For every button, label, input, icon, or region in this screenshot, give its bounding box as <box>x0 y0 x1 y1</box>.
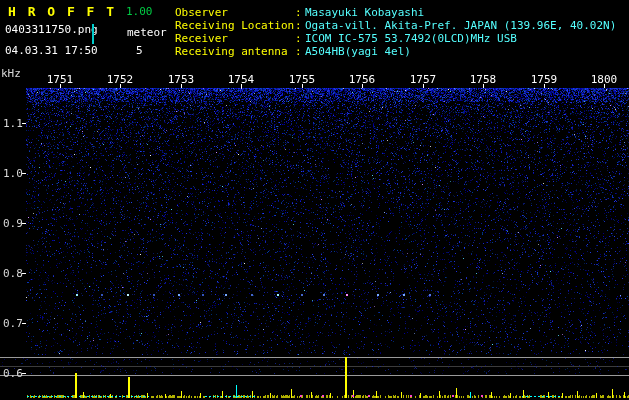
mode-label: meteor <box>127 26 167 39</box>
y-tick-label: 0.9 <box>3 217 23 230</box>
x-tick-label: 1755 <box>289 73 316 86</box>
info-colon: : <box>295 19 305 32</box>
station-info: Observer : Masayuki Kobayashi Receiving … <box>175 6 616 58</box>
x-tick-label: 1754 <box>228 73 255 86</box>
info-value: ICOM IC-575 53.7492(0LCD)MHz USB <box>305 32 517 45</box>
info-label: Receiver <box>175 32 295 45</box>
y-tick-label: 1.0 <box>3 167 23 180</box>
x-tick-label: 1800 <box>591 73 618 86</box>
x-tick-label: 1756 <box>349 73 376 86</box>
y-tick-label: 1.1 <box>3 117 23 130</box>
x-tick-label: 1751 <box>47 73 74 86</box>
x-tick-label: 1753 <box>168 73 195 86</box>
cyan-marker <box>92 24 94 44</box>
info-label: Receiving Location <box>175 19 295 32</box>
info-colon: : <box>295 32 305 45</box>
app-version: 1.00 <box>126 5 153 18</box>
x-tick-label: 1758 <box>470 73 497 86</box>
info-value: A504HB(yagi 4el) <box>305 45 411 58</box>
y-axis-ticks: 1.11.00.90.80.70.6 <box>0 0 26 400</box>
info-colon: : <box>295 45 305 58</box>
info-value: Ogata-vill. Akita-Pref. JAPAN (139.96E, … <box>305 19 616 32</box>
spectrogram-canvas <box>0 0 629 400</box>
x-tick-label: 1752 <box>107 73 134 86</box>
info-row-receiver: Receiver : ICOM IC-575 53.7492(0LCD)MHz … <box>175 32 616 45</box>
x-tick-label: 1759 <box>531 73 558 86</box>
x-axis-ticks: 1751175217531754175517561757175817591800 <box>0 73 629 85</box>
hrofft-window: H R O F F T 1.00 0403311750.png meteor 0… <box>0 0 629 400</box>
info-value: Masayuki Kobayashi <box>305 6 424 19</box>
y-tick-label: 0.6 <box>3 367 23 380</box>
y-tick-label: 0.7 <box>3 317 23 330</box>
info-label: Receiving antenna <box>175 45 295 58</box>
echo-count: 5 <box>136 44 143 57</box>
info-label: Observer <box>175 6 295 19</box>
x-tick-label: 1757 <box>410 73 437 86</box>
y-tick-label: 0.8 <box>3 267 23 280</box>
info-row-observer: Observer : Masayuki Kobayashi <box>175 6 616 19</box>
info-row-antenna: Receiving antenna : A504HB(yagi 4el) <box>175 45 616 58</box>
info-row-location: Receiving Location : Ogata-vill. Akita-P… <box>175 19 616 32</box>
info-colon: : <box>295 6 305 19</box>
